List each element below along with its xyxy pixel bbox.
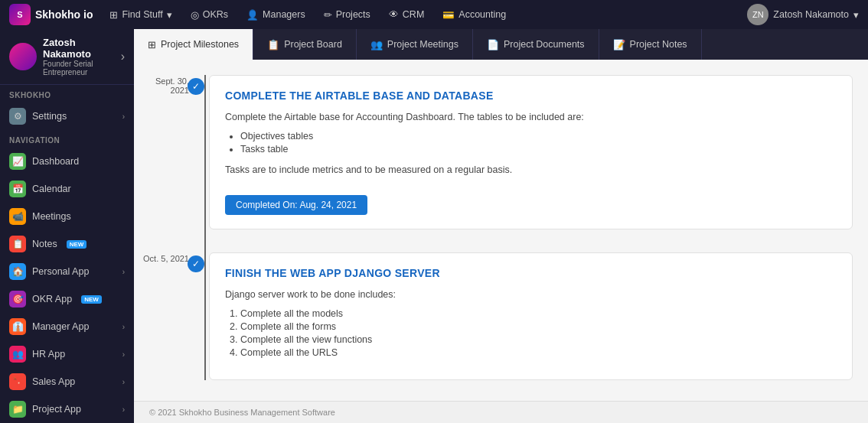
milestone-2-date: Oct. 5, 2021 xyxy=(143,254,189,263)
personal-app-icon: 🏠 xyxy=(9,263,26,280)
nav-okrs[interactable]: ◎ OKRs xyxy=(183,6,236,24)
avatar: ZN xyxy=(747,4,768,25)
list-item: Objectives tables xyxy=(240,131,837,142)
sidebar-user-info: Zatosh Nakamoto Founder Serial Entrepren… xyxy=(43,37,115,76)
milestone-1: Sept. 30, 2021 ✓ COMPLETE THE AIRTABLE B… xyxy=(195,75,853,229)
sidebar-item-notes[interactable]: 📋 Notes NEW xyxy=(0,230,134,258)
arrow-icon: › xyxy=(122,268,125,276)
hr-app-icon: 👥 xyxy=(9,346,26,363)
milestone-2: Oct. 5, 2021 ✓ FINISH THE WEB APP DJANGO… xyxy=(195,252,853,380)
sidebar-item-okr-app[interactable]: 🎯 OKR App NEW xyxy=(0,285,134,313)
sales-app-icon: 🔖 xyxy=(9,373,26,390)
milestone-1-dot: ✓ xyxy=(188,78,204,95)
nav-managers[interactable]: 👤 Managers xyxy=(239,6,313,24)
meetings-icon: 📹 xyxy=(9,208,26,225)
milestone-1-extra: Tasks are to include metrics and to be m… xyxy=(225,162,837,177)
main-content: Sept. 30, 2021 ✓ COMPLETE THE AIRTABLE B… xyxy=(134,60,868,401)
accounting-icon: 💳 xyxy=(442,9,455,21)
footer-text: © 2021 Skhokho Business Management Softw… xyxy=(149,408,335,417)
content-area: ⊞ Project Milestones 📋 Project Board 👥 P… xyxy=(134,29,868,423)
notes-new-badge: NEW xyxy=(67,240,87,249)
milestone-2-desc: Django server work to be done includes: xyxy=(225,287,837,302)
app-logo[interactable]: S Skhokho io xyxy=(9,4,93,25)
nav-accounting[interactable]: 💳 Accounting xyxy=(435,6,514,24)
okr-app-icon: 🎯 xyxy=(9,291,26,307)
dashboard-icon: 📈 xyxy=(9,153,26,170)
sidebar-item-manager-app[interactable]: 👔 Manager App › xyxy=(0,313,134,340)
sidebar-item-meetings[interactable]: 📹 Meetings xyxy=(0,203,134,230)
tab-notes[interactable]: 📝 Project Notes xyxy=(599,29,702,60)
manager-app-icon: 👔 xyxy=(9,318,26,335)
sub-navigation: ⊞ Project Milestones 📋 Project Board 👥 P… xyxy=(134,29,868,60)
list-item: Complete all the view functions xyxy=(240,334,837,345)
list-item: Complete all the models xyxy=(240,308,837,319)
tab-meetings[interactable]: 👥 Project Meetings xyxy=(357,29,473,60)
milestone-1-completed-btn[interactable]: Completed On: Aug. 24, 2021 xyxy=(225,195,367,215)
sidebar-item-sales-app[interactable]: 🔖 Sales App › xyxy=(0,368,134,395)
milestone-1-list: Objectives tables Tasks table xyxy=(225,131,837,155)
sidebar-item-settings[interactable]: ⚙ Settings › xyxy=(0,102,134,130)
timeline: Sept. 30, 2021 ✓ COMPLETE THE AIRTABLE B… xyxy=(149,75,853,380)
chevron-down-icon: ▾ xyxy=(167,9,172,21)
sidebar-avatar xyxy=(9,43,37,70)
sidebar-item-project-app[interactable]: 📁 Project App › xyxy=(0,395,134,423)
milestone-2-title: FINISH THE WEB APP DJANGO SERVER xyxy=(225,267,837,279)
nav-find-stuff[interactable]: ⊞ Find Stuff ▾ xyxy=(102,6,179,24)
app-name: Skhokho io xyxy=(35,8,93,21)
milestone-2-list: Complete all the models Complete all the… xyxy=(225,308,837,358)
milestone-2-card: FINISH THE WEB APP DJANGO SERVER Django … xyxy=(209,252,853,380)
tab-documents[interactable]: 📄 Project Documents xyxy=(473,29,599,60)
nav-crm[interactable]: 👁 CRM xyxy=(381,6,432,23)
project-app-icon: 📁 xyxy=(9,401,26,418)
sidebar-item-hr-app[interactable]: 👥 HR App › xyxy=(0,340,134,368)
footer: © 2021 Skhokho Business Management Softw… xyxy=(134,401,868,423)
milestone-1-desc: Complete the Airtable base for Accountin… xyxy=(225,109,837,125)
settings-icon: ⚙ xyxy=(9,108,26,125)
sidebar-user-profile[interactable]: Zatosh Nakamoto Founder Serial Entrepren… xyxy=(0,29,134,85)
user-chevron-icon: ▾ xyxy=(853,9,859,21)
arrow-icon: › xyxy=(122,112,125,121)
tab-board[interactable]: 📋 Project Board xyxy=(253,29,357,60)
sidebar-item-calendar[interactable]: 📅 Calendar xyxy=(0,175,134,203)
calendar-icon: 📅 xyxy=(9,181,26,197)
logo-icon: S xyxy=(9,4,31,25)
milestones-tab-icon: ⊞ xyxy=(148,39,156,50)
milestone-2-dot: ✓ xyxy=(188,255,204,272)
tab-milestones[interactable]: ⊞ Project Milestones xyxy=(134,29,253,60)
arrow-icon: › xyxy=(122,323,125,331)
milestone-1-title: COMPLETE THE AIRTABLE BASE AND DATABASE xyxy=(225,89,837,102)
sidebar-item-dashboard[interactable]: 📈 Dashboard xyxy=(0,148,134,175)
sidebar-item-personal-app[interactable]: 🏠 Personal App › xyxy=(0,258,134,285)
arrow-icon: › xyxy=(122,350,125,359)
sidebar: Zatosh Nakamoto Founder Serial Entrepren… xyxy=(0,29,134,423)
grid-icon: ⊞ xyxy=(109,9,118,21)
list-item: Complete all the forms xyxy=(240,321,837,332)
projects-icon: ✏ xyxy=(324,9,332,21)
notes-icon: 📋 xyxy=(9,236,26,252)
managers-icon: 👤 xyxy=(246,9,259,21)
okr-icon: ◎ xyxy=(191,9,199,21)
nav-projects[interactable]: ✏ Projects xyxy=(316,6,378,24)
milestone-1-date: Sept. 30, 2021 xyxy=(143,76,189,95)
user-menu[interactable]: ZN Zatosh Nakamoto ▾ xyxy=(747,4,859,25)
list-item: Tasks table xyxy=(240,144,837,155)
meetings-tab-icon: 👥 xyxy=(370,39,383,50)
arrow-icon: › xyxy=(122,405,125,414)
crm-icon: 👁 xyxy=(389,9,399,20)
okr-new-badge: NEW xyxy=(81,295,102,304)
navigation-section-label: Navigation xyxy=(0,130,134,148)
milestone-1-card: COMPLETE THE AIRTABLE BASE AND DATABASE … xyxy=(209,75,853,229)
list-item: Complete all the URLS xyxy=(240,347,837,358)
documents-tab-icon: 📄 xyxy=(487,39,499,50)
sidebar-toggle-btn[interactable]: › xyxy=(121,50,125,63)
arrow-icon: › xyxy=(122,378,125,386)
notes-tab-icon: 📝 xyxy=(613,39,625,50)
top-navigation: S Skhokho io ⊞ Find Stuff ▾ ◎ OKRs 👤 Man… xyxy=(0,0,868,29)
skhokho-section-label: Skhokho xyxy=(0,85,134,102)
board-tab-icon: 📋 xyxy=(267,39,279,50)
